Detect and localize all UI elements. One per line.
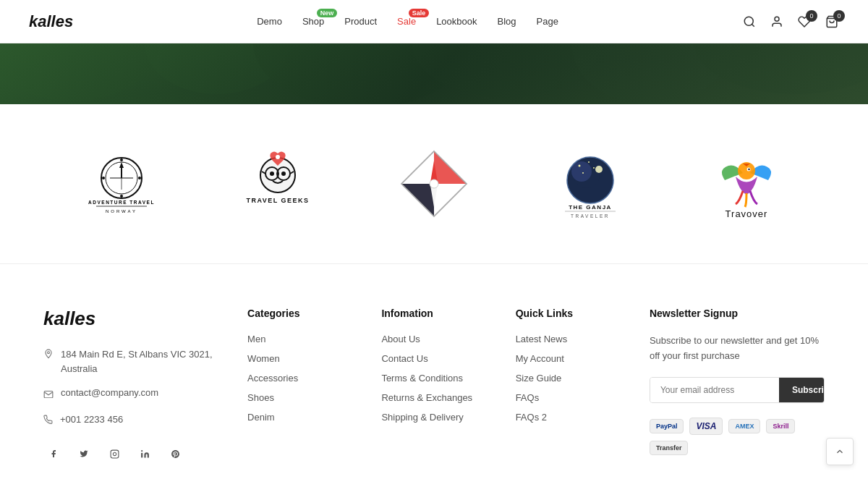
account-icon[interactable]	[770, 14, 784, 29]
info-shipping[interactable]: Shipping & Delivery	[381, 412, 486, 423]
brands-section: ADVENTURE TRAVEL NORWAY	[0, 104, 868, 264]
info-about-us[interactable]: About Us	[381, 334, 486, 344]
site-header: kalles Demo Shop New Product Sale Sale L…	[0, 0, 868, 43]
footer-categories-column: Categories Men Women Accessories Shoes D…	[247, 308, 352, 464]
svg-text:TRAVEL CHAT COMPASS: TRAVEL CHAT COMPASS	[402, 219, 467, 220]
nav-sale[interactable]: Sale Sale	[397, 16, 416, 27]
site-logo[interactable]: kalles	[29, 12, 73, 31]
quick-my-account[interactable]: My Account	[516, 353, 621, 364]
quick-faqs-2[interactable]: FAQs 2	[516, 412, 621, 423]
newsletter-description: Subscribe to our newsletter and get 10% …	[650, 334, 825, 364]
svg-text:TRAVELER: TRAVELER	[571, 213, 610, 219]
footer-email: contact@company.com	[43, 386, 218, 402]
sale-badge: Sale	[409, 9, 430, 17]
search-icon[interactable]	[742, 14, 757, 29]
quick-size-guide[interactable]: Size Guide	[516, 373, 621, 384]
svg-point-0	[744, 17, 753, 25]
newsletter-form: Subscribe	[650, 377, 825, 403]
quick-faqs[interactable]: FAQs	[516, 392, 621, 403]
nav-lookbook[interactable]: Lookbook	[436, 16, 477, 27]
svg-rect-63	[141, 452, 142, 457]
svg-point-39	[430, 179, 438, 188]
nav-product[interactable]: Product	[344, 16, 377, 27]
svg-point-44	[571, 161, 592, 182]
category-shoes[interactable]: Shoes	[247, 392, 352, 403]
brand-travel-geeks[interactable]: TRAVEL GEEKS	[200, 140, 356, 227]
nav-shop[interactable]: Shop New	[302, 16, 324, 27]
wishlist-icon[interactable]: 0	[797, 14, 812, 29]
visa-icon: VISA	[689, 418, 723, 435]
back-to-top-button[interactable]	[826, 438, 854, 465]
svg-point-47	[588, 161, 590, 163]
svg-marker-16	[119, 162, 124, 168]
svg-point-10	[694, 43, 868, 94]
svg-point-46	[579, 165, 581, 167]
facebook-icon[interactable]	[43, 444, 64, 464]
svg-text:THE GANJA: THE GANJA	[569, 204, 612, 211]
svg-text:Travover: Travover	[726, 208, 768, 219]
linkedin-icon[interactable]	[135, 444, 155, 464]
svg-point-57	[748, 169, 749, 170]
paypal-icon: PayPal	[650, 419, 684, 433]
newsletter-subscribe-button[interactable]: Subscribe	[779, 378, 825, 402]
svg-point-49	[582, 172, 584, 174]
footer-logo: kalles	[43, 308, 218, 330]
pinterest-icon[interactable]	[165, 444, 185, 464]
svg-rect-4	[0, 43, 868, 104]
svg-point-64	[141, 450, 142, 452]
nav-demo[interactable]: Demo	[257, 16, 282, 27]
quick-links-heading: Quick Links	[516, 308, 621, 319]
svg-point-7	[253, 43, 470, 104]
svg-text:ADVENTURE TRAVEL: ADVENTURE TRAVEL	[88, 200, 155, 205]
shop-new-badge: New	[317, 9, 338, 17]
brand-ganja-traveler[interactable]: THE GANJA TRAVELER	[512, 140, 668, 227]
svg-point-32	[276, 155, 280, 159]
instagram-icon[interactable]	[104, 444, 124, 464]
svg-point-45	[595, 166, 603, 173]
quick-latest-news[interactable]: Latest News	[516, 334, 621, 344]
svg-line-1	[752, 24, 754, 26]
newsletter-heading: Newsletter Signup	[650, 308, 825, 319]
brand-travel-chat-compass[interactable]: TRAVEL CHAT COMPASS	[356, 140, 512, 227]
footer-main: kalles 184 Main Rd E, St Albans VIC 3021…	[0, 264, 868, 487]
social-links	[43, 444, 218, 464]
svg-point-6	[145, 43, 289, 94]
svg-point-59	[48, 352, 50, 354]
nav-page[interactable]: Page	[537, 16, 558, 27]
brand-travover[interactable]: Travover	[668, 140, 825, 227]
svg-rect-61	[111, 450, 119, 458]
skrill-icon: Skrill	[766, 419, 795, 433]
category-denim[interactable]: Denim	[247, 412, 352, 423]
wishlist-count: 0	[806, 10, 817, 22]
footer-brand-column: kalles 184 Main Rd E, St Albans VIC 3021…	[43, 308, 218, 464]
information-heading: Infomation	[381, 308, 486, 319]
header-icons: 0 0	[742, 14, 839, 29]
svg-point-9	[571, 43, 731, 104]
svg-text:TRAVEL GEEKS: TRAVEL GEEKS	[246, 197, 309, 204]
svg-point-8	[412, 43, 600, 98]
brands-row: ADVENTURE TRAVEL NORWAY	[43, 140, 825, 227]
brand-adventure-travel[interactable]: ADVENTURE TRAVEL NORWAY	[43, 140, 200, 227]
svg-point-48	[593, 167, 595, 169]
cart-icon[interactable]: 0	[825, 14, 839, 29]
bank-transfer-icon: Transfer	[650, 441, 689, 455]
category-accessories[interactable]: Accessories	[247, 373, 352, 384]
svg-point-17	[120, 158, 123, 161]
hero-image-strip	[0, 43, 868, 104]
svg-point-30	[270, 171, 274, 176]
nav-blog[interactable]: Blog	[498, 16, 516, 27]
svg-point-19	[102, 177, 105, 179]
info-terms[interactable]: Terms & Conditions	[381, 373, 486, 384]
phone-icon	[43, 414, 53, 429]
main-nav: Demo Shop New Product Sale Sale Lookbook…	[257, 16, 558, 27]
twitter-icon[interactable]	[74, 444, 94, 464]
info-contact-us[interactable]: Contact Us	[381, 353, 486, 364]
category-women[interactable]: Women	[247, 353, 352, 364]
svg-text:NORWAY: NORWAY	[106, 209, 137, 213]
newsletter-email-input[interactable]	[650, 378, 779, 402]
cart-count: 0	[833, 10, 845, 22]
footer-information-column: Infomation About Us Contact Us Terms & C…	[381, 308, 486, 464]
category-men[interactable]: Men	[247, 334, 352, 344]
info-returns[interactable]: Returns & Exchanges	[381, 392, 486, 403]
amex-icon: AMEX	[728, 419, 760, 433]
